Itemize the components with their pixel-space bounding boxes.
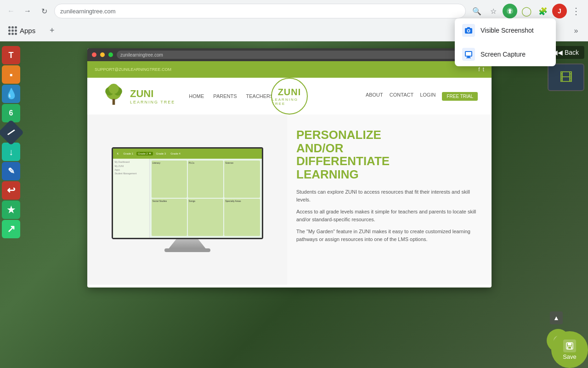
arrow-tool-button[interactable]: ↗ <box>2 220 20 238</box>
monitor-content: My Dashboard My ZUNI Apps Student Manage… <box>113 159 262 238</box>
nav-home[interactable]: HOME <box>189 93 204 99</box>
twitter-icon[interactable]: t <box>483 66 484 73</box>
nav-teachers[interactable]: TEACHERS <box>246 93 274 99</box>
nav-contact[interactable]: CONTACT <box>390 92 413 101</box>
new-tab-button[interactable]: + <box>45 23 59 38</box>
zuni-right-nav: ABOUT CONTACT LOGIN FREE TRIAL <box>366 92 478 101</box>
number-tool-button[interactable]: 6 <box>2 104 20 122</box>
zuni-hero-para-1: Students can explore ZUNI to access reso… <box>296 188 478 203</box>
svg-rect-7 <box>467 57 470 58</box>
grade-2: Grade 2 ▼ <box>136 152 153 155</box>
embedded-top-bar: zunilearningtree.com <box>87 48 492 61</box>
right-panel: ◀◀ Back 🎞 <box>510 41 588 368</box>
facebook-icon[interactable]: f <box>478 66 480 73</box>
orange-tool-button[interactable]: ■ <box>2 65 20 84</box>
profile-avatar[interactable]: J <box>552 4 567 18</box>
zuni-logo-text-area: ZUNI LEARNING TREE <box>130 88 175 104</box>
zuni-circle-sub: LEARNING TREE <box>272 98 307 106</box>
left-toolbar: T ■ 💧 6 / ↓ ✎ ↩ ★ ↗ <box>0 41 22 368</box>
monitor-base <box>164 248 210 252</box>
menu-button[interactable]: ⋮ <box>569 4 583 18</box>
svg-rect-19 <box>568 347 571 349</box>
grade-k: K <box>116 152 120 155</box>
grade-4: Grade 4 <box>169 152 182 155</box>
card-6: Specialty Areas <box>224 199 260 236</box>
pencil-tool-button[interactable]: ✎ <box>2 162 20 180</box>
card-1: Literacy <box>152 161 187 198</box>
zuni-center-logo: ZUNI LEARNING TREE <box>271 78 308 115</box>
video-camera-icon: 🎞 <box>560 70 572 85</box>
zuni-brand-sub: LEARNING TREE <box>130 100 175 104</box>
main-content: T ■ 💧 6 / ↓ ✎ ↩ ★ ↗ zunilearningtree.com… <box>0 41 588 368</box>
card-4: Social Studies <box>152 199 187 236</box>
zuni-hero-para-2: Access to all grade levels makes it simp… <box>296 208 478 223</box>
svg-rect-17 <box>568 343 571 345</box>
embedded-address-bar: zunilearningtree.com <box>117 51 487 59</box>
card-5: Songs <box>188 199 223 236</box>
zuni-top-nav: SUPPORT@ZUNILEARNINGTREE.COM f t <box>87 61 492 78</box>
monitor-nav-bar: K Grade 1 Grade 2 ▼ Grade 3 Grade 4 <box>113 149 262 159</box>
save-icon <box>563 339 576 352</box>
screenshot-dropdown: Visible Screenshot Screen Capture <box>455 18 556 66</box>
sidebar-student-mgmt: Student Management <box>115 172 147 175</box>
puzzle-button[interactable]: 🧩 <box>536 4 550 18</box>
apps-label: Apps <box>20 27 35 34</box>
star-tool-button[interactable]: ★ <box>2 201 20 219</box>
extension-green-icon[interactable] <box>503 4 517 18</box>
text-tool-button[interactable]: T <box>2 46 20 64</box>
embedded-browser-window: zunilearningtree.com SUPPORT@ZUNILEARNIN… <box>87 48 492 288</box>
nav-login[interactable]: LOGIN <box>420 92 435 101</box>
card-3: Science <box>224 161 260 198</box>
zuni-circle-text: ZUNI <box>278 87 301 98</box>
visible-screenshot-label: Visible Screenshot <box>481 27 534 34</box>
profile-ring-button[interactable]: ◯ <box>519 4 534 18</box>
sidebar-my-zuni: My ZUNI <box>115 165 147 167</box>
drop-tool-button[interactable]: 💧 <box>2 85 20 103</box>
monitor-icon <box>462 48 475 61</box>
visible-screenshot-item[interactable]: Visible Screenshot <box>455 18 556 42</box>
line-tool-button[interactable]: / <box>0 120 24 146</box>
save-button[interactable]: Save <box>551 331 588 368</box>
sidebar-apps: Apps <box>115 168 147 171</box>
apps-button[interactable]: Apps <box>5 24 39 37</box>
nav-parents[interactable]: PARENTS <box>213 93 237 99</box>
video-thumbnail[interactable]: 🎞 <box>548 63 584 91</box>
monitor-main-content: Literacy PLCs Science Social Studies Son… <box>150 159 262 238</box>
reload-button[interactable]: ↻ <box>38 5 51 17</box>
back-button[interactable]: ← <box>5 5 17 17</box>
camera-icon <box>462 24 475 37</box>
embedded-url: zunilearningtree.com <box>120 52 163 58</box>
back-label: Back <box>565 49 579 56</box>
bookmark-button[interactable]: ☆ <box>486 4 501 18</box>
svg-rect-6 <box>466 52 471 56</box>
monitor-screen: K Grade 1 Grade 2 ▼ Grade 3 Grade 4 My D… <box>112 147 263 239</box>
svg-point-3 <box>468 30 469 32</box>
svg-rect-10 <box>113 99 115 105</box>
zuni-social-links: f t <box>478 66 484 73</box>
maximize-dot <box>108 52 113 57</box>
zuni-hero-right: PERSONALIZEand/orDIFFERENTIATELEARNING S… <box>287 115 492 285</box>
nav-free-trial[interactable]: FREE TRIAL <box>442 92 478 101</box>
undo-tool-button[interactable]: ↩ <box>2 181 20 200</box>
sidebar-my-dashboard: My Dashboard <box>115 161 147 163</box>
card-2: PLCs <box>188 161 223 198</box>
monitor-sidebar: My Dashboard My ZUNI Apps Student Manage… <box>113 159 150 238</box>
apps-grid-icon <box>8 26 17 35</box>
address-bar[interactable]: zunilearningtree.com <box>54 4 466 18</box>
minimize-dot <box>100 52 105 57</box>
zuni-email: SUPPORT@ZUNILEARNINGTREE.COM <box>95 67 171 72</box>
screen-capture-item[interactable]: Screen Capture <box>455 42 556 66</box>
zuni-circle-badge: ZUNI LEARNING TREE <box>271 78 308 115</box>
save-label: Save <box>563 353 577 360</box>
scroll-top-button[interactable]: ▲ <box>550 311 563 324</box>
zuni-header: ZUNI LEARNING TREE HOME PARENTS TEACHERS… <box>87 78 492 115</box>
cursor-tool-button[interactable]: ↓ <box>2 143 20 161</box>
search-button[interactable]: 🔍 <box>469 4 484 18</box>
nav-about[interactable]: ABOUT <box>366 92 383 101</box>
svg-rect-4 <box>467 27 470 29</box>
monitor-mockup: K Grade 1 Grade 2 ▼ Grade 3 Grade 4 My D… <box>112 147 263 252</box>
forward-button[interactable]: → <box>21 5 34 17</box>
zuni-brand-name: ZUNI <box>130 88 175 100</box>
zuni-hero-left: K Grade 1 Grade 2 ▼ Grade 3 Grade 4 My D… <box>87 115 287 285</box>
extensions-button[interactable]: » <box>569 23 583 38</box>
